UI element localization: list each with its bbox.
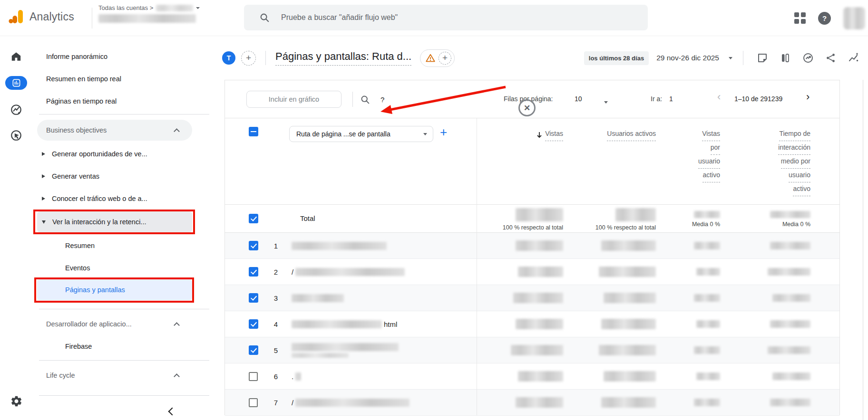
notes-icon[interactable] (757, 52, 768, 64)
dimension-selector[interactable]: Ruta de página ...se de pantalla (289, 126, 433, 142)
column-header-tiempo-de-interacción-medio-por-usuario-activo[interactable]: Tiempo deinteracciónmedio porusuarioacti… (778, 128, 810, 197)
row-number: 7 (270, 390, 282, 415)
row-checkbox[interactable] (249, 345, 258, 355)
select-all-checkbox[interactable] (249, 127, 258, 136)
page-path-redacted (295, 268, 405, 276)
row-checkbox[interactable] (249, 241, 258, 250)
column-header-usuarios-activos[interactable]: Usuarios activos (607, 128, 656, 142)
column-header-line: usuario (698, 155, 720, 169)
metric-value-redacted (770, 242, 810, 249)
avatar[interactable] (843, 7, 865, 29)
account-switcher[interactable]: Todas las cuentas > (98, 4, 200, 23)
metric-value-redacted (770, 320, 810, 328)
data-warning-pill[interactable]: + (420, 49, 455, 67)
date-range-selector[interactable]: 29 nov-26 dic 2025 (656, 54, 719, 62)
metric-value-redacted (604, 293, 656, 303)
scrollbar[interactable] (863, 80, 863, 420)
settings-gear-icon[interactable] (0, 395, 32, 408)
explore-icon[interactable] (0, 104, 32, 116)
page-path-redacted (292, 353, 349, 358)
sidebar-item-label: Conocer el tráfico web o de a... (52, 195, 147, 202)
metric-value-redacted (518, 267, 563, 277)
chevron-up-icon (174, 373, 180, 380)
chevron-up-icon (174, 128, 180, 134)
page-path-redacted (292, 320, 382, 328)
reports-icon-selected[interactable] (0, 76, 32, 90)
collapse-sidebar-icon[interactable] (168, 408, 176, 416)
insights-icon[interactable] (802, 52, 814, 64)
prev-page-button[interactable]: ‹ (717, 93, 721, 101)
analytics-logo[interactable]: Analytics (8, 9, 74, 25)
sidebar-item-conocer-el-tráfico-web-o-de-a[interactable]: Conocer el tráfico web o de a... (37, 188, 192, 209)
selected-pill (5, 76, 27, 90)
metric-value-redacted (599, 345, 656, 355)
report-table-card: Incluir en gráfico ? Filas por página: 1… (224, 80, 840, 415)
column-header-vistas-por-usuario-activo[interactable]: Vistasporusuarioactivo (698, 128, 720, 183)
row-checkbox[interactable] (249, 319, 258, 329)
nav-rail (0, 36, 32, 420)
sidebar-item-generar-oportunidades-de-ve[interactable]: Generar oportunidades de ve... (37, 143, 192, 164)
metric-value-redacted (518, 371, 563, 382)
metric-value-redacted (694, 294, 720, 302)
total-row-checkbox[interactable] (249, 214, 258, 223)
report-header: T + Páginas y pantallas: Ruta d... + los… (216, 36, 868, 80)
sidebar-section-life-cycle[interactable]: Life cycle (37, 365, 192, 386)
add-dimension-button[interactable]: + (440, 125, 447, 140)
rows-per-page-select[interactable]: 10 (575, 95, 582, 103)
sidebar-item-resumen-en-tiempo-real[interactable]: Resumen en tiempo real (37, 67, 192, 90)
team-avatar[interactable]: T (222, 51, 235, 65)
triangle-right-icon (42, 152, 45, 156)
total-cell: 100 % respecto al total (595, 208, 656, 231)
sparkline-icon[interactable] (848, 52, 859, 64)
metric-value-redacted (516, 319, 563, 329)
triangle-right-icon (42, 174, 45, 178)
help-icon[interactable]: ? (818, 12, 831, 25)
row-checkbox[interactable] (249, 398, 258, 407)
table-row-2: 2/ (225, 259, 839, 285)
page-path-redacted (295, 372, 301, 381)
analytics-logo-icon (8, 9, 25, 25)
sidebar-item-firebase[interactable]: Firebase (37, 335, 192, 357)
metric-value-redacted (601, 240, 656, 251)
go-to-label: Ir a: (651, 95, 662, 103)
sidebar-section-business-objectives[interactable]: Business objectives (37, 120, 192, 141)
page-title[interactable]: Páginas y pantallas: Ruta d... (275, 50, 411, 66)
sidebar-item-generar-ventas[interactable]: Generar ventas (37, 166, 192, 187)
search-icon (259, 12, 270, 23)
share-icon[interactable] (825, 52, 837, 64)
sidebar-item-ver-la-interacción-y-la-retenci[interactable]: Ver la interacción y la retenci... (37, 211, 192, 232)
row-checkbox[interactable] (249, 372, 258, 381)
metric-value-redacted (696, 320, 720, 328)
column-header-vistas[interactable]: Vistas (536, 128, 563, 142)
sidebar-item-label: Firebase (65, 343, 92, 350)
total-value-redacted (770, 211, 810, 218)
compare-icon[interactable] (780, 52, 791, 64)
row-checkbox[interactable] (249, 293, 258, 303)
sidebar-item-páginas-y-pantallas[interactable]: Páginas y pantallas (37, 279, 192, 300)
divider (743, 51, 743, 65)
account-name-redacted (156, 5, 193, 11)
sidebar-item-informe-panorámico[interactable]: Informe panorámico (37, 45, 192, 67)
apps-grid-icon[interactable] (794, 12, 806, 24)
divider (39, 309, 209, 309)
row-checkbox[interactable] (249, 267, 258, 277)
warning-icon (425, 53, 436, 63)
sidebar-item-eventos[interactable]: Eventos (37, 257, 192, 279)
sidebar-item-resumen[interactable]: Resumen (37, 234, 192, 257)
sidebar-section-desarrollador-de-aplicacio[interactable]: Desarrollador de aplicacio... (37, 314, 192, 334)
chevron-down-icon[interactable] (604, 97, 608, 105)
add-collaborator-button[interactable]: + (241, 51, 256, 66)
next-page-button[interactable]: › (806, 93, 809, 101)
sidebar-item-páginas-en-tiempo-real[interactable]: Páginas en tiempo real (37, 90, 192, 112)
table-total-row: Total 100 % respecto al total100 % respe… (225, 205, 839, 233)
add-icon[interactable]: + (439, 52, 451, 65)
page-path-cell (292, 337, 399, 363)
go-to-input[interactable]: 1 (669, 95, 673, 103)
sidebar-section-label: Life cycle (46, 372, 75, 379)
total-value-redacted (694, 211, 720, 218)
total-cell: Media 0 % (770, 211, 810, 228)
home-icon[interactable] (0, 50, 32, 63)
advertising-icon[interactable] (0, 129, 32, 142)
global-search-input[interactable]: Pruebe a buscar "añadir flujo web" (244, 5, 648, 30)
metric-value-redacted (601, 319, 656, 329)
